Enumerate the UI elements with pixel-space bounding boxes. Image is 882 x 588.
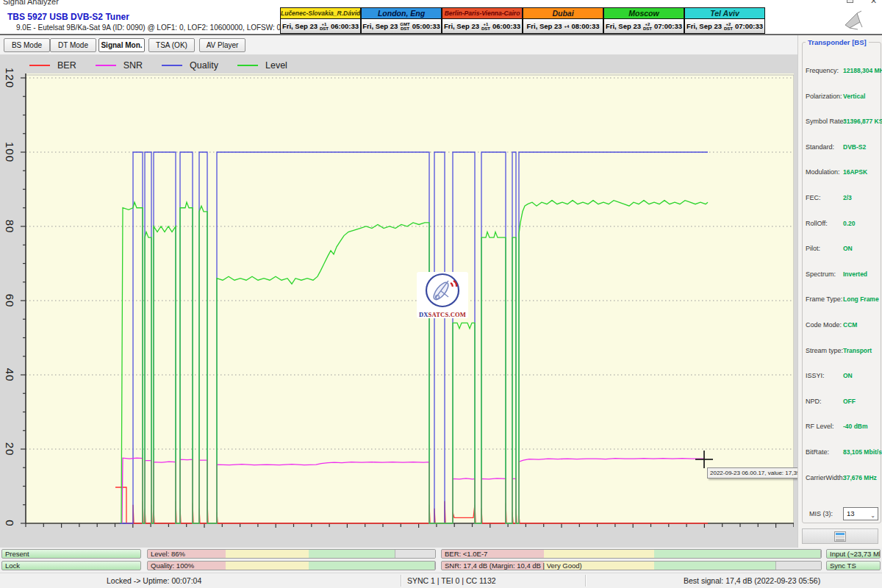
clock-city-label: London, Eng	[362, 8, 441, 19]
lock-indicator: Lock	[1, 561, 141, 570]
tab-bs-mode[interactable]: BS Mode	[4, 38, 50, 52]
clock-time: Fri, Sep 23GMTDST05:00:33	[362, 19, 441, 33]
transponder-title: Transponder [BS]	[806, 38, 869, 46]
field-code-mode: Code Mode:CCM	[803, 318, 881, 344]
tab-dt-mode[interactable]: DT Mode	[50, 38, 96, 52]
y-axis-tick-label: 120	[4, 68, 16, 88]
field-polarization: Polarization:Vertical	[803, 90, 881, 115]
statusbar-divider	[401, 575, 401, 587]
tab-av-player[interactable]: AV Player	[199, 38, 245, 52]
clock-moscow: Moscow Fri, Sep 23+2DST07:00:33	[603, 7, 684, 34]
y-axis-tick-label: 100	[4, 142, 16, 162]
tab-tsa[interactable]: TSA (OK)	[148, 38, 195, 52]
field-rf-level: RF Level:-40 dBm	[803, 420, 881, 445]
sync-status: SYNC 1 | TEI 0 | CC 1132	[407, 576, 496, 585]
clock-city-label: Tel Aviv	[685, 8, 764, 19]
clock-london: London, Eng Fri, Sep 23GMTDST05:00:33	[361, 7, 442, 34]
tab-bar: BS Mode DT Mode Signal Mon. TSA (OK) AV …	[0, 35, 882, 55]
mis-label: MIS (3):	[809, 510, 833, 517]
field-stream-type: Stream type:Transport	[803, 344, 881, 370]
device-title: TBS 5927 USB DVB-S2 Tuner	[7, 12, 129, 22]
best-signal-status: Best signal: 17,4 dB (2022-09-23 05:56)	[684, 576, 820, 585]
signal-chart-panel: BER SNR Quality Level 020406080100120	[0, 55, 797, 548]
stream-list-icon	[834, 531, 846, 542]
clock-city-label: Moscow	[604, 8, 684, 19]
field-spectrum: Spectrum:Inverted	[803, 268, 881, 293]
clock-time: Fri, Sep 23+1DST06:00:33	[281, 19, 360, 33]
transponder-fields: Frequency:12188,304 MHz Polarization:Ver…	[803, 64, 881, 496]
field-bitrate: BitRate:83,105 Mbit/s	[803, 445, 881, 471]
y-axis-tick-label: 60	[4, 294, 16, 308]
series-snr	[122, 458, 704, 523]
series-quality	[120, 152, 708, 523]
ber-bar: BER: <1.0E-7	[441, 549, 822, 559]
snr-line-swatch	[96, 65, 116, 66]
legend-item-quality: Quality	[162, 60, 218, 71]
clock-telaviv: Tel Aviv Fri, Sep 23+2DST07:00:33	[684, 7, 765, 34]
clock-lucenec: Lučenec-Slovakia_R.Dávid Fri, Sep 23+1DS…	[280, 7, 361, 34]
field-rolloff: RollOff:0.20	[803, 217, 881, 243]
quality-line-swatch	[162, 65, 182, 66]
field-standard: Standard:DVB-S2	[803, 140, 881, 166]
field-fec: FEC:2/3	[803, 191, 881, 217]
field-symbol-rate: Symbol Rate:31396,877 KS/s	[803, 115, 881, 140]
statusbar-divider	[585, 575, 586, 587]
field-carrier-width: CarrierWidth:37,676 MHz	[803, 471, 881, 497]
dxsatcs-logo-text: DXSATCS.COM	[417, 312, 468, 318]
field-modulation: Modulation:16APSK	[803, 165, 881, 191]
clock-berlin: Berlin-Paris-Vienna-Cairo Fri, Sep 23+1D…	[442, 7, 523, 34]
level-line-swatch	[237, 65, 258, 66]
field-issyi: ISSYI:ON	[803, 369, 881, 395]
clock-time: Fri, Sep 23+1DST06:00:33	[442, 19, 522, 33]
sync-ts-indicator: Sync TS	[826, 561, 881, 570]
clock-time: Fri, Sep 23+2DST07:00:33	[685, 19, 764, 33]
y-axis-tick-label: 20	[4, 442, 16, 456]
legend-item-ber: BER	[29, 60, 76, 71]
statusbar: Locked -> Uptime: 00:07:04 SYNC 1 | TEI …	[0, 573, 882, 588]
clock-city-label: Berlin-Paris-Vienna-Cairo	[442, 8, 522, 19]
uptime-status: Locked -> Uptime: 00:07:04	[107, 576, 201, 585]
panel-bottom-strip[interactable]	[802, 528, 878, 544]
clock-time: Fri, Sep 23+408:00:33	[523, 19, 603, 33]
series-level	[121, 201, 708, 523]
clock-dubai: Dubai Fri, Sep 23+408:00:33	[523, 7, 603, 34]
chevron-down-icon: ⌄	[870, 510, 875, 522]
snr-bar: SNR: 17,4 dB (Margin: 10,4 dB | Very Goo…	[441, 561, 822, 570]
field-frequency: Frequency:12188,304 MHz	[803, 64, 881, 90]
signal-chart[interactable]	[18, 74, 794, 528]
clock-city-label: Lučenec-Slovakia_R.Dávid	[281, 8, 360, 19]
level-bar: Level: 86%	[147, 549, 436, 559]
status-bars-area: Present Level: 86% BER: <1.0E-7 Input (~…	[0, 548, 882, 573]
legend-item-level: Level	[237, 60, 287, 71]
y-axis-tick-label: 80	[4, 220, 16, 234]
mis-dropdown[interactable]: 13⌄	[843, 507, 878, 520]
dxsatcs-watermark: DXSATCS.COM	[417, 272, 468, 318]
transponder-panel: Transponder [BS] Frequency:12188,304 MHz…	[797, 35, 882, 548]
quality-bar: Quality: 100%	[147, 561, 436, 570]
field-frame-type: Frame Type:Long Frame	[803, 293, 881, 318]
input-indicator: Input (~23,73 Mbps)	[826, 549, 881, 559]
transponder-groupbox: Transponder [BS] Frequency:12188,304 MHz…	[802, 42, 881, 523]
tab-signal-mon[interactable]: Signal Mon.	[98, 38, 145, 52]
close-icon[interactable]: ✕	[870, 0, 877, 6]
restore-icon[interactable]	[847, 0, 853, 3]
tuning-info: 9.0E - Eutelsat 9B/Ka-Sat 9A (ID: 0090) …	[16, 24, 281, 32]
clock-city-label: Dubai	[523, 8, 603, 19]
legend-item-snr: SNR	[96, 60, 143, 71]
field-npd: NPD:OFF	[803, 395, 881, 420]
window-title: Signal Analyzer	[3, 0, 59, 6]
clock-time: Fri, Sep 23+2DST07:00:33	[604, 19, 684, 33]
ber-line-swatch	[29, 65, 50, 66]
y-axis-tick-label: 0	[4, 520, 16, 526]
satellite-dish-icon	[842, 9, 864, 31]
chart-legend: BER SNR Quality Level	[29, 60, 306, 71]
field-pilot: Pilot:ON	[803, 242, 881, 268]
dxsatcs-logo-icon	[419, 272, 466, 309]
y-axis-tick-label: 40	[4, 368, 16, 382]
plot-area[interactable]	[18, 74, 794, 528]
present-indicator: Present	[1, 549, 141, 559]
series-ber	[115, 487, 708, 523]
